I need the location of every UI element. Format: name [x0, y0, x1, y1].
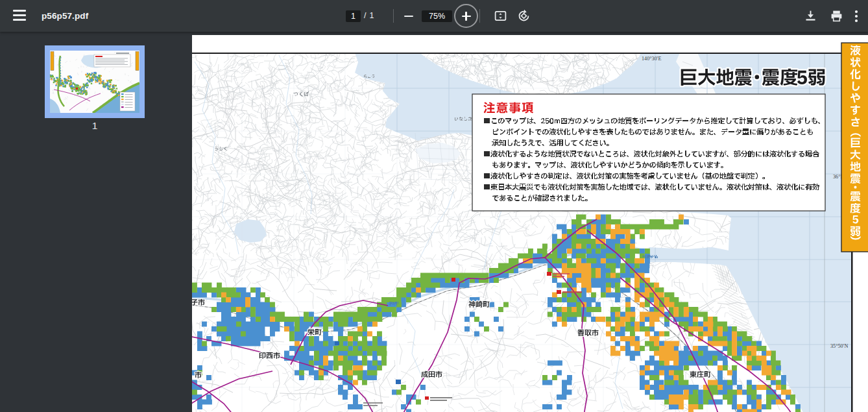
svg-text:140°30′E: 140°30′E — [642, 56, 662, 62]
svg-text:35°50′N: 35°50′N — [830, 343, 848, 349]
